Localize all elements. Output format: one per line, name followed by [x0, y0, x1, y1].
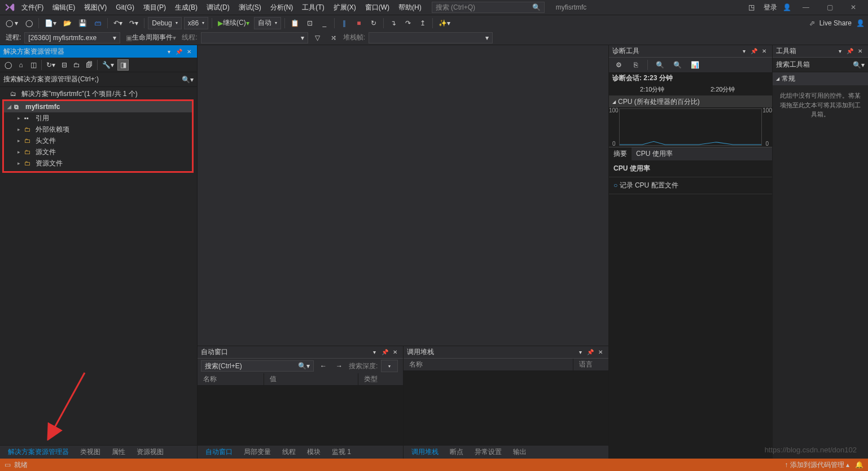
shuffle-icon[interactable]: ⤭ [327, 32, 340, 44]
menu-test[interactable]: 测试(S) [234, 1, 266, 15]
pause-button[interactable]: ‖ [338, 17, 350, 29]
solution-explorer-header[interactable]: 解决方案资源管理器 ▾ 📌 ✕ [0, 45, 197, 58]
auto-combo[interactable]: 自动▾ [254, 17, 281, 29]
step-into-button[interactable]: ↴ [387, 17, 400, 29]
tab-breakpoints[interactable]: 断点 [445, 446, 468, 459]
col-name[interactable]: 名称 [198, 373, 264, 385]
undo-button[interactable]: ↶▾ [111, 17, 125, 29]
close-panel-icon[interactable]: ✕ [596, 348, 605, 357]
panel-menu-icon[interactable]: ▾ [370, 348, 379, 357]
menu-debug[interactable]: 调试(D) [202, 1, 234, 15]
solution-node[interactable]: 🗂解决方案"myfisrtmfc"(1 个项目/共 1 个) [0, 88, 197, 99]
resources-node[interactable]: ▸🗀资源文件 [4, 158, 192, 169]
live-share-icon[interactable]: ⬀ [809, 19, 815, 27]
col-type[interactable]: 类型 [358, 373, 402, 385]
menu-extensions[interactable]: 扩展(X) [329, 1, 361, 15]
chart-icon[interactable]: 📊 [689, 59, 702, 71]
close-panel-icon[interactable]: ✕ [856, 47, 865, 56]
se-showall-icon[interactable]: 🗀 [71, 59, 82, 71]
pin-icon[interactable]: 📌 [845, 47, 854, 56]
platform-combo[interactable]: x86▾ [184, 17, 208, 29]
tb-misc-icon[interactable]: ✨▾ [436, 17, 453, 29]
tb-icon-1[interactable]: 📋 [288, 17, 301, 29]
new-item-button[interactable]: 📄▾ [42, 17, 59, 29]
headers-node[interactable]: ▸🗀头文件 [4, 135, 192, 146]
tab-modules[interactable]: 模块 [303, 446, 325, 459]
toolbox-header[interactable]: 工具箱 ▾📌✕ [773, 45, 868, 58]
se-back-icon[interactable]: ◯ [2, 59, 14, 71]
pin-icon[interactable]: 📌 [380, 348, 389, 357]
project-node[interactable]: ◢⧉myfisrtmfc [4, 101, 192, 112]
menu-view[interactable]: 视图(V) [80, 1, 111, 15]
step-out-button[interactable]: ↥ [417, 17, 429, 29]
diagnostics-timeline[interactable]: 2:10分钟 2:20分钟 [609, 84, 772, 96]
tab-summary[interactable]: 摘要 [609, 147, 632, 160]
process-combo[interactable]: [26360] myfisrtmfc.exe▾ [24, 32, 120, 43]
maximize-button[interactable]: ▢ [821, 0, 839, 15]
tab-output[interactable]: 输出 [508, 446, 531, 459]
close-panel-icon[interactable]: ✕ [391, 348, 400, 357]
tab-cpu-usage[interactable]: CPU 使用率 [632, 147, 677, 160]
menu-tools[interactable]: 工具(T) [297, 1, 328, 15]
stop-button[interactable]: ■ [353, 17, 365, 29]
autos-header[interactable]: 自动窗口 ▾📌✕ [198, 346, 403, 359]
toolbox-category-general[interactable]: ◢常规 [773, 72, 868, 85]
tab-threads[interactable]: 线程 [278, 446, 300, 459]
close-panel-icon[interactable]: ✕ [760, 47, 769, 56]
search-depth-combo[interactable]: ▾ [381, 360, 398, 372]
se-properties-icon[interactable]: 🔧▾ [100, 59, 116, 71]
menu-file[interactable]: 文件(F) [17, 1, 48, 15]
solution-tree[interactable]: 🗂解决方案"myfisrtmfc"(1 个项目/共 1 个) ◢⧉myfisrt… [0, 87, 197, 445]
step-over-button[interactable]: ↷ [402, 17, 414, 29]
se-preview-icon[interactable]: ◨ [117, 59, 129, 71]
references-node[interactable]: ▸▪▪引用 [4, 112, 192, 124]
external-deps-node[interactable]: ▸🗀外部依赖项 [4, 124, 192, 135]
user-icon[interactable]: 👤 [783, 3, 791, 11]
stackframe-combo[interactable]: ▾ [369, 32, 493, 43]
diagnostics-header[interactable]: 诊断工具 ▾📌✕ [609, 45, 772, 58]
close-panel-icon[interactable]: ✕ [185, 47, 194, 56]
record-cpu-profile-link[interactable]: ○ 记录 CPU 配置文件 [609, 177, 772, 194]
zoom-in-icon[interactable]: 🔍 [654, 59, 667, 71]
save-button[interactable]: 💾 [76, 17, 89, 29]
open-folder-button[interactable]: 📂 [61, 17, 74, 29]
menu-build[interactable]: 生成(B) [170, 1, 202, 15]
live-share-user-icon[interactable]: 👤 [856, 19, 865, 27]
menu-analyze[interactable]: 分析(N) [266, 1, 298, 15]
menu-git[interactable]: Git(G) [111, 1, 139, 14]
panel-dropdown-icon[interactable]: ▾ [164, 47, 173, 56]
toolbox-search[interactable]: 搜索工具箱🔍▾ [773, 58, 868, 72]
continue-button[interactable]: ▶ 继续(C)▾ [216, 17, 252, 29]
tab-class-view[interactable]: 类视图 [76, 446, 105, 459]
redo-button[interactable]: ↷▾ [127, 17, 141, 29]
panel-menu-icon[interactable]: ▾ [576, 348, 585, 357]
menu-edit[interactable]: 编辑(E) [48, 1, 80, 15]
se-collapse-icon[interactable]: ⊟ [59, 59, 70, 71]
tb-icon-3[interactable]: _ [318, 17, 331, 29]
nav-back-icon[interactable]: ← [317, 360, 330, 372]
pin-icon[interactable]: 📌 [749, 47, 759, 56]
close-button[interactable]: ✕ [844, 0, 862, 15]
col-name[interactable]: 名称 [404, 359, 573, 370]
config-combo[interactable]: Debug▾ [148, 17, 181, 29]
tab-watch1[interactable]: 监视 1 [327, 446, 356, 459]
zoom-out-icon[interactable]: 🔍 [671, 59, 684, 71]
nav-back-button[interactable]: ◯ ▾ [3, 17, 20, 29]
menu-window[interactable]: 窗口(W) [361, 1, 394, 15]
login-label[interactable]: 登录 [764, 3, 777, 12]
lifecycle-button[interactable]: ▣ 生命周期事件 ▾ [124, 32, 178, 44]
tab-properties[interactable]: 属性 [107, 446, 130, 459]
col-value[interactable]: 值 [264, 373, 358, 385]
autos-search-input[interactable]: 搜索(Ctrl+E)🔍▾ [201, 360, 314, 372]
se-switch-icon[interactable]: ◫ [28, 59, 39, 71]
gear-icon[interactable]: ⚙ [612, 59, 625, 71]
tab-resource-view[interactable]: 资源视图 [132, 446, 168, 459]
se-refresh-icon[interactable]: 🗐 [84, 59, 95, 71]
menu-help[interactable]: 帮助(H) [394, 1, 426, 15]
tab-exceptions[interactable]: 异常设置 [470, 446, 506, 459]
nav-fwd-button[interactable]: ◯ [23, 17, 35, 29]
tab-solution-explorer[interactable]: 解决方案资源管理器 [3, 446, 73, 459]
filter-icon[interactable]: ▽ [312, 32, 324, 44]
panel-menu-icon[interactable]: ▾ [739, 47, 748, 56]
feedback-icon[interactable]: ◳ [745, 3, 758, 11]
